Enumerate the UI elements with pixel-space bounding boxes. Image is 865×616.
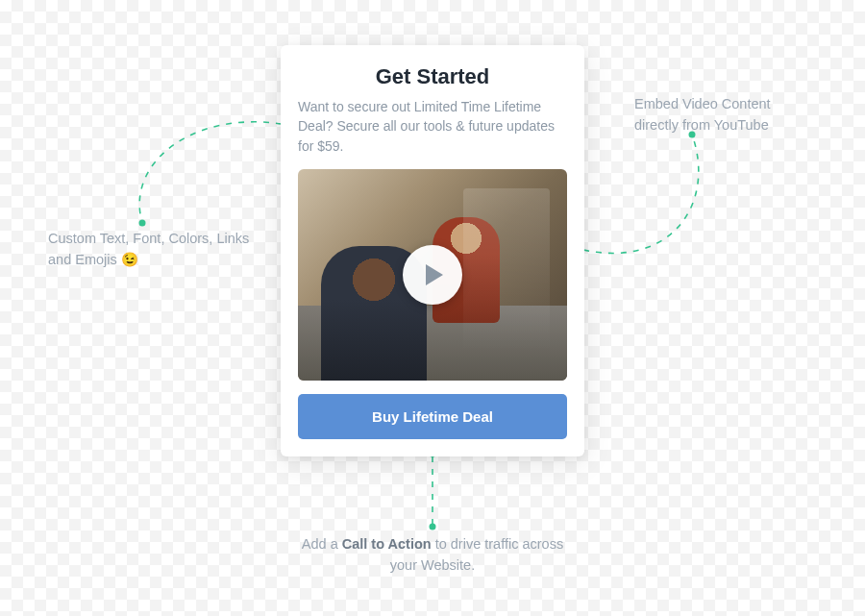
svg-point-1 [139,220,146,227]
video-thumbnail[interactable] [298,169,567,381]
annotation-custom-text: Custom Text, Font, Colors, Links and Emo… [48,229,269,271]
annotation-call-to-action: Add a Call to Action to drive traffic ac… [288,534,577,577]
promo-card: Get Started Want to secure out Limited T… [281,45,584,456]
play-button[interactable] [403,245,462,305]
annotation-embed-video: Embed Video Content directly from YouTub… [634,94,817,136]
annotation-cta-bold: Call to Action [342,536,432,552]
play-icon [424,263,445,286]
card-description: Want to secure out Limited Time Lifetime… [298,97,567,156]
buy-lifetime-deal-button[interactable]: Buy Lifetime Deal [298,394,567,439]
card-title: Get Started [298,64,567,89]
annotation-cta-prefix: Add a [302,536,342,552]
svg-point-5 [430,524,436,530]
